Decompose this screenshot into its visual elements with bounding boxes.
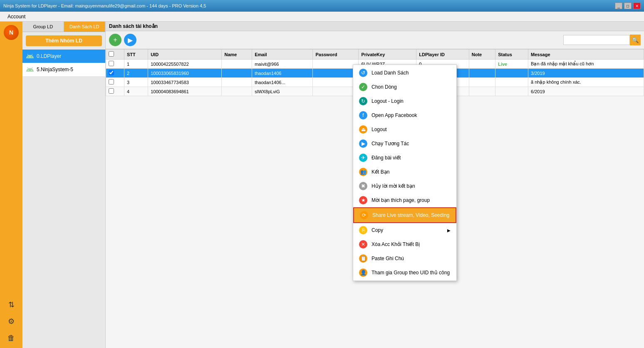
table-cell bbox=[106, 69, 124, 78]
ctx-item-paste-ghi-chu[interactable]: 📋Paste Ghi Chú bbox=[353, 251, 456, 266]
tab-buttons: Group LD Danh Sách LD bbox=[22, 22, 105, 32]
table-cell bbox=[106, 87, 124, 96]
row-checkbox[interactable] bbox=[109, 79, 114, 85]
table-cell bbox=[495, 87, 528, 96]
ctx-label-copy: Copy bbox=[372, 227, 383, 233]
submenu-arrow-icon: ▶ bbox=[447, 228, 451, 233]
minimize-button[interactable]: _ bbox=[615, 2, 622, 9]
ctx-item-tham-gia-group[interactable]: 👤Tham gia Group theo UID thủ công bbox=[353, 266, 456, 280]
table-cell bbox=[106, 78, 124, 87]
ctx-label-huy-loi-moi: Hủy lời mời kết bạn bbox=[372, 183, 415, 189]
ctx-item-ket-ban[interactable]: 👥Kết Bạn bbox=[353, 165, 456, 179]
ctx-item-chon-dong[interactable]: ✓Chon Dòng bbox=[353, 80, 456, 94]
sidebar: N ⇅ ⚙ 🗑 bbox=[0, 22, 22, 348]
ctx-icon-chon-dong: ✓ bbox=[359, 83, 367, 91]
table-cell: maivit@966 bbox=[252, 60, 313, 69]
ctx-icon-copy: ⎘ bbox=[359, 226, 367, 234]
table-cell bbox=[313, 78, 359, 87]
ctx-item-huy-loi-moi[interactable]: ✖Hủy lời mời kết bạn bbox=[353, 179, 456, 193]
table-cell bbox=[469, 60, 495, 69]
table-cell: slWX8pLviG bbox=[252, 87, 313, 96]
table-cell: 2 bbox=[124, 69, 148, 78]
groups-list: 0.LDPlayer 5.NinjaSystem-5 bbox=[22, 50, 105, 76]
row-checkbox[interactable] bbox=[109, 61, 114, 66]
select-all-checkbox[interactable] bbox=[109, 51, 114, 57]
run-button[interactable]: ▶ bbox=[124, 34, 136, 46]
ctx-icon-xoa-acc: ✕ bbox=[359, 240, 367, 249]
android-icon-5 bbox=[26, 65, 34, 74]
android-icon-0 bbox=[26, 52, 34, 60]
ctx-icon-open-facebook: f bbox=[359, 111, 367, 119]
trash-icon[interactable]: 🗑 bbox=[5, 332, 17, 344]
table-cell: 4 bbox=[124, 87, 148, 96]
col-password: Password bbox=[313, 50, 359, 60]
row-checkbox[interactable] bbox=[109, 70, 114, 75]
sidebar-bottom-icons: ⇅ ⚙ 🗑 bbox=[5, 299, 17, 344]
ctx-item-share-live[interactable]: ⟳Share Live stream, Video, Seeding bbox=[353, 207, 456, 223]
add-account-button[interactable]: + bbox=[109, 34, 121, 46]
col-email: Email bbox=[252, 50, 313, 60]
ctx-item-load-danh-sach[interactable]: ↺Load Danh Sách bbox=[353, 66, 456, 80]
ctx-icon-load-danh-sach: ↺ bbox=[359, 69, 367, 77]
title-bar: Ninja System for LDPlayer - Email: maing… bbox=[0, 0, 644, 12]
ctx-icon-logout: ⏏ bbox=[359, 125, 367, 134]
table-cell: 3/2019 bbox=[528, 69, 644, 78]
ctx-icon-ket-ban: 👥 bbox=[359, 168, 367, 176]
menu-bar: Account bbox=[0, 12, 644, 22]
toolbar: + ▶ 🔍 bbox=[106, 31, 644, 49]
table-cell: 100004225507822 bbox=[148, 60, 222, 69]
row-checkbox[interactable] bbox=[109, 88, 114, 94]
table-cell bbox=[469, 87, 495, 96]
ctx-label-load-danh-sach: Load Danh Sách bbox=[372, 70, 409, 76]
group-label-5: 5.NinjaSystem-5 bbox=[37, 67, 73, 72]
maximize-button[interactable]: □ bbox=[624, 2, 632, 9]
content-header: Danh sách tài khoản bbox=[106, 22, 644, 31]
menu-account[interactable]: Account bbox=[3, 13, 30, 20]
ctx-item-logout-login[interactable]: ↻Logout - Login bbox=[353, 94, 456, 108]
table-cell bbox=[469, 69, 495, 78]
ctx-label-moi-ban-thich: Mời bạn thích page, group bbox=[372, 197, 430, 203]
ctx-item-dang-bai-viet[interactable]: ✈Đăng bài viết bbox=[353, 151, 456, 165]
ctx-item-open-facebook[interactable]: fOpen App Facebook bbox=[353, 108, 456, 122]
close-button[interactable]: ✕ bbox=[633, 2, 641, 9]
table-cell: 100033065831960 bbox=[148, 69, 222, 78]
sort-icon[interactable]: ⇅ bbox=[5, 299, 17, 311]
tab-danh-sach-ld[interactable]: Danh Sách LD bbox=[64, 22, 106, 32]
ctx-icon-moi-ban-thich: ★ bbox=[359, 196, 367, 204]
table-cell: ã nhập không chính xác. bbox=[528, 78, 644, 87]
table-cell: 100004083694861 bbox=[148, 87, 222, 96]
table-cell bbox=[222, 60, 252, 69]
tab-panel: Group LD Danh Sách LD Thêm Nhóm LD 0.LDP… bbox=[22, 22, 106, 348]
table-cell: 6/2019 bbox=[528, 87, 644, 96]
col-status: Status bbox=[495, 50, 528, 60]
table-cell bbox=[222, 87, 252, 96]
ctx-icon-chay-tuong-tac: ▶ bbox=[359, 139, 367, 148]
app-logo: N bbox=[4, 25, 19, 40]
ctx-icon-share-live: ⟳ bbox=[360, 211, 368, 219]
ctx-label-chon-dong: Chon Dòng bbox=[372, 84, 397, 90]
search-box: 🔍 bbox=[563, 35, 641, 45]
group-item-5[interactable]: 5.NinjaSystem-5 bbox=[22, 63, 105, 76]
group-label-0: 0.LDPlayer bbox=[37, 53, 61, 59]
window-title: Ninja System for LDPlayer - Email: maing… bbox=[3, 3, 206, 8]
settings-icon[interactable]: ⚙ bbox=[5, 316, 17, 327]
search-input[interactable] bbox=[563, 35, 630, 45]
ctx-label-open-facebook: Open App Facebook bbox=[372, 112, 417, 118]
tab-group-ld[interactable]: Group LD bbox=[22, 22, 64, 32]
ctx-item-copy[interactable]: ⎘Copy▶ bbox=[353, 223, 456, 237]
ctx-label-chay-tuong-tac: Chạy Tương Tác bbox=[372, 141, 409, 147]
ctx-icon-huy-loi-moi: ✖ bbox=[359, 182, 367, 190]
col-note: Note bbox=[469, 50, 495, 60]
ctx-item-chay-tuong-tac[interactable]: ▶Chạy Tương Tác bbox=[353, 137, 456, 151]
table-cell bbox=[106, 60, 124, 69]
group-item-0[interactable]: 0.LDPlayer bbox=[22, 50, 105, 63]
search-button[interactable]: 🔍 bbox=[630, 35, 641, 45]
table-cell: thaodan1406... bbox=[252, 78, 313, 87]
ctx-item-xoa-acc[interactable]: ✕Xóa Acc Khỏi Thiết Bị bbox=[353, 237, 456, 251]
ctx-item-logout[interactable]: ⏏Logout bbox=[353, 122, 456, 137]
ctx-label-logout-login: Logout - Login bbox=[372, 98, 404, 104]
main-layout: N ⇅ ⚙ 🗑 Group LD Danh Sách LD Thêm Nhóm … bbox=[0, 22, 644, 348]
ctx-label-ket-ban: Kết Bạn bbox=[372, 169, 389, 175]
ctx-item-moi-ban-thich[interactable]: ★Mời bạn thích page, group bbox=[353, 193, 456, 207]
add-group-button[interactable]: Thêm Nhóm LD bbox=[26, 35, 102, 46]
